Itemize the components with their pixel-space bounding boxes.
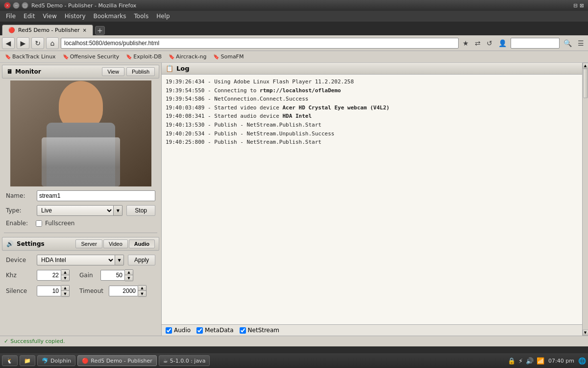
scrollbar-thumb[interactable] — [583, 69, 588, 98]
menu-help[interactable]: Help — [152, 12, 173, 21]
taskbar-power-icon[interactable]: ⚡ — [518, 357, 523, 365]
khz-up-btn[interactable]: ▲ — [61, 270, 69, 275]
gain-input[interactable] — [100, 270, 125, 281]
netstream-checkbox-input[interactable] — [240, 327, 246, 334]
log-entry: 19:39:26:434 - Using Adobe Linux Flash P… — [166, 78, 578, 86]
log-entry: 19:40:03:489 - Started video device Acer… — [166, 104, 578, 112]
log-header: 📋 Log — [162, 63, 582, 75]
log-netstream-checkbox[interactable]: NetStream — [240, 327, 279, 334]
menu-history[interactable]: History — [61, 12, 90, 21]
reload-button[interactable]: ↻ — [31, 37, 44, 49]
stop-button[interactable]: Stop — [126, 205, 155, 216]
scroll-up-btn[interactable]: ▲ — [583, 63, 588, 69]
google-account-icon[interactable]: 👤 — [496, 38, 509, 48]
status-check-icon: ✓ — [4, 338, 8, 344]
log-audio-checkbox[interactable]: Audio — [166, 327, 191, 334]
fullscreen-checkbox[interactable] — [36, 220, 42, 227]
window-title: Red5 Demo - Publisher - Mozilla Firefox — [31, 2, 136, 9]
taskbar-red5[interactable]: 🔴 Red5 Demo - Publisher — [77, 355, 157, 366]
bookmark-exploitdb[interactable]: 🔖 Exploit-DB — [123, 53, 165, 61]
exploitdb-icon: 🔖 — [126, 54, 132, 59]
bookmark-somafm[interactable]: 🔖 SomaFM — [210, 53, 246, 61]
name-input[interactable] — [37, 190, 155, 201]
type-select-arrow[interactable]: ▼ — [114, 205, 122, 216]
type-select[interactable]: Live Record Append — [37, 205, 114, 216]
close-btn[interactable]: × — [4, 2, 11, 9]
monitor-buttons: View Publish — [102, 67, 155, 76]
bookmark-star-icon[interactable]: ★ — [461, 38, 471, 48]
monitor-header: 🖥 Monitor View Publish — [2, 65, 159, 79]
taskbar: 🐧 📁 🐬 Dolphin 🔴 Red5 Demo - Publisher ☕ … — [0, 353, 588, 368]
taskbar-volume-icon[interactable]: 🔊 — [526, 357, 534, 365]
browser-tab[interactable]: 🔴 Red5 Demo - Publisher × — [2, 25, 93, 35]
menu-edit[interactable]: Edit — [20, 12, 39, 21]
right-scrollbar[interactable]: ▲ ▼ — [582, 63, 588, 336]
gain-down-btn[interactable]: ▼ — [125, 275, 133, 281]
khz-down-btn[interactable]: ▼ — [61, 275, 69, 281]
timeout-down-btn[interactable]: ▼ — [138, 291, 146, 296]
bookmark-manage-icon[interactable]: ⇄ — [473, 38, 483, 48]
video-tab[interactable]: Video — [103, 239, 128, 248]
taskbar-lock-icon[interactable]: 🔒 — [508, 357, 515, 365]
device-row: Device HDA Intel ▼ Apply — [2, 253, 159, 267]
silence-input[interactable] — [37, 286, 61, 296]
khz-input[interactable] — [37, 270, 61, 281]
silence-up-btn[interactable]: ▲ — [61, 286, 69, 291]
forward-button[interactable]: ▶ — [17, 37, 29, 49]
taskbar-system-icon[interactable]: 🐧 — [2, 355, 18, 366]
left-panel: 🖥 Monitor View Publish Name: — [0, 63, 162, 336]
scrollbar-track[interactable] — [583, 69, 588, 330]
taskbar-right: 🔒 ⚡ 🔊 📶 07:40 pm 🌐 — [508, 357, 586, 365]
audio-checkbox-label: Audio — [174, 327, 191, 334]
status-message: Successfully copied. — [10, 338, 65, 344]
backtrack-icon: 🔖 — [5, 54, 11, 59]
audio-tab[interactable]: Audio — [129, 239, 155, 248]
log-metadata-checkbox[interactable]: MetaData — [196, 327, 233, 334]
silence-down-btn[interactable]: ▼ — [61, 291, 69, 296]
firefox-menu-icon[interactable]: ☰ — [576, 38, 586, 48]
taskbar-globe-icon[interactable]: 🌐 — [578, 357, 586, 365]
taskbar-java[interactable]: ☕ 5-1.0.0 : java — [159, 355, 210, 366]
netstream-checkbox-label: NetStream — [248, 327, 279, 334]
menu-view[interactable]: View — [39, 12, 60, 21]
taskbar-dolphin[interactable]: 🐬 Dolphin — [37, 355, 75, 366]
offensive-icon: 🔖 — [63, 54, 69, 59]
audio-checkbox-input[interactable] — [166, 327, 172, 334]
menu-file[interactable]: File — [2, 12, 20, 21]
bookmark-backtrack[interactable]: 🔖 BackTrack Linux — [2, 53, 59, 61]
menu-tools[interactable]: Tools — [130, 12, 153, 21]
url-bar[interactable] — [61, 38, 459, 49]
server-tab[interactable]: Server — [75, 239, 102, 248]
taskbar-files-icon[interactable]: 📁 — [20, 355, 35, 366]
scroll-down-btn[interactable]: ▼ — [583, 330, 588, 336]
gain-up-btn[interactable]: ▲ — [125, 270, 133, 275]
maximize-btn[interactable]: □ — [22, 2, 28, 9]
search-input[interactable] — [511, 38, 560, 49]
bookmark-aircrack[interactable]: 🔖 Aircrack-ng — [166, 53, 210, 61]
publish-button[interactable]: Publish — [126, 67, 155, 76]
device-select[interactable]: HDA Intel — [37, 255, 115, 265]
log-title: Log — [176, 65, 190, 72]
reload-icon[interactable]: ↺ — [485, 38, 494, 48]
log-content[interactable]: 19:39:26:434 - Using Adobe Linux Flash P… — [162, 75, 582, 324]
menu-bookmarks[interactable]: Bookmarks — [90, 12, 130, 21]
tab-close-icon[interactable]: × — [83, 27, 87, 33]
metadata-checkbox-input[interactable] — [196, 327, 203, 334]
monitor-title: 🖥 Monitor — [6, 68, 41, 75]
timeout-up-btn[interactable]: ▲ — [138, 286, 146, 291]
timeout-input[interactable] — [109, 286, 138, 296]
bookmark-offensive[interactable]: 🔖 Offensive Security — [60, 53, 122, 61]
back-button[interactable]: ◀ — [2, 37, 15, 49]
new-tab-button[interactable]: + — [95, 26, 105, 35]
apply-button[interactable]: Apply — [128, 255, 155, 265]
device-select-arrow[interactable]: ▼ — [115, 255, 124, 265]
gain-spinner: ▲ ▼ — [100, 269, 133, 281]
search-icon[interactable]: 🔍 — [562, 38, 574, 48]
view-button[interactable]: View — [102, 67, 124, 76]
timeout-spinner: ▲ ▼ — [109, 285, 147, 297]
metadata-checkbox-label: MetaData — [205, 327, 233, 334]
log-entry: 19:40:25:800 - Publish - NetStream.Publi… — [166, 138, 578, 147]
home-button[interactable]: ⌂ — [46, 37, 59, 49]
taskbar-network-icon[interactable]: 📶 — [537, 357, 544, 365]
minimize-btn[interactable]: − — [13, 2, 20, 9]
